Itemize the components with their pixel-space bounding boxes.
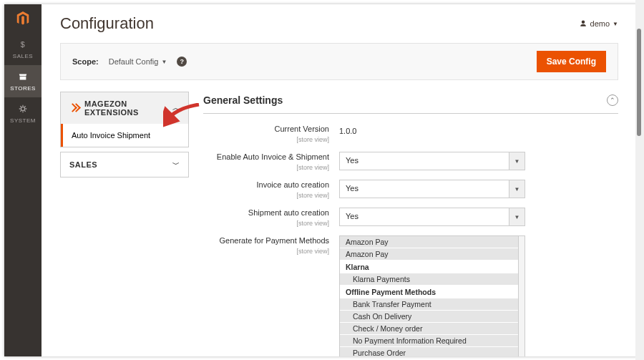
gear-icon	[16, 102, 29, 115]
multiselect-group: Offline Payment Methods	[340, 286, 518, 298]
scope-switcher[interactable]: Default Config ▼	[104, 55, 172, 68]
invoice-auto-select[interactable]: Yes ▼	[339, 180, 525, 198]
page-title: Configuration	[60, 14, 154, 33]
sidebar-item-stores[interactable]: STORES	[4, 65, 42, 97]
multiselect-option[interactable]: Amazon Pay	[340, 236, 518, 248]
caret-down-icon: ▼	[509, 180, 525, 198]
field-label: Shipment auto creation	[248, 208, 329, 217]
user-icon	[579, 19, 587, 28]
field-label: Current Version	[275, 125, 329, 133]
tab-magezon-extensions[interactable]: MAGEZON EXTENSIONS ︿	[61, 92, 188, 124]
save-config-button[interactable]: Save Config	[537, 51, 606, 72]
multiselect-option[interactable]: No Payment Information Required	[340, 335, 518, 347]
sidebar-item-system[interactable]: SYSTEM	[4, 97, 42, 130]
section-title: General Settings	[203, 94, 283, 106]
caret-down-icon: ▼	[509, 208, 525, 225]
multiselect-group: Klarna	[340, 261, 518, 273]
scope-help-icon[interactable]: ?	[177, 57, 187, 67]
svg-text:$: $	[21, 40, 25, 49]
select-value: Yes	[340, 208, 509, 225]
tab-label: MAGEZON EXTENSIONS	[84, 99, 172, 117]
multiselect-option[interactable]: Cash On Delivery	[340, 311, 518, 323]
select-value: Yes	[340, 180, 509, 198]
multiselect-option[interactable]: Amazon Pay	[340, 248, 518, 261]
caret-down-icon: ▼	[613, 21, 618, 27]
stores-icon	[16, 70, 29, 83]
scope-hint: [store view]	[203, 135, 329, 145]
enable-select[interactable]: Yes ▼	[339, 152, 525, 170]
scope-value: Default Config	[109, 57, 159, 66]
current-version-value: 1.0.0	[339, 124, 356, 135]
tab-sales[interactable]: SALES ﹀	[61, 152, 188, 177]
scope-hint: [store view]	[203, 218, 329, 228]
caret-down-icon: ▼	[509, 152, 525, 170]
chevron-down-icon: ﹀	[172, 160, 180, 170]
magezon-logo-icon	[69, 102, 80, 114]
browser-scrollbar[interactable]	[635, 0, 644, 360]
field-label: Invoice auto creation	[256, 180, 329, 189]
main-content: Configuration demo ▼ Scope: Default Conf…	[42, 4, 637, 356]
sidebar-item-label: SALES	[13, 53, 33, 59]
caret-down-icon: ▼	[161, 59, 167, 65]
sidebar-item-label: SYSTEM	[10, 117, 36, 124]
config-toolbar: Scope: Default Config ▼ ? Save Config	[60, 43, 618, 80]
scope-hint: [store view]	[203, 246, 329, 256]
multiselect-option[interactable]: Bank Transfer Payment	[340, 298, 518, 311]
svg-point-1	[21, 107, 24, 110]
scope-hint: [store view]	[203, 190, 329, 200]
config-tabs: MAGEZON EXTENSIONS ︿ Auto Invoice Shipme…	[60, 92, 189, 182]
multiselect-option[interactable]: Purchase Order	[340, 347, 518, 356]
payment-methods-multiselect[interactable]: Amazon Pay Amazon Pay Klarna Klarna Paym…	[339, 235, 519, 356]
user-name: demo	[590, 19, 610, 28]
select-value: Yes	[340, 152, 509, 170]
chevron-up-icon: ⌃	[610, 97, 615, 104]
scrollbar-thumb[interactable]	[637, 29, 641, 136]
multiselect-option[interactable]: Klarna Payments	[340, 273, 518, 286]
multiselect-option[interactable]: Check / Money order	[340, 323, 518, 335]
sidebar-item-sales[interactable]: $ SALES	[4, 33, 42, 65]
magento-logo-icon	[15, 11, 31, 26]
scope-label: Scope:	[72, 57, 99, 66]
sidebar-item-label: STORES	[10, 85, 36, 92]
chevron-up-icon: ︿	[172, 103, 180, 113]
tab-item-auto-invoice-shipment[interactable]: Auto Invoice Shipment	[61, 124, 188, 147]
dollar-icon: $	[16, 38, 29, 51]
scope-hint: [store view]	[203, 162, 329, 172]
magento-logo[interactable]	[4, 4, 42, 33]
scrollbar[interactable]	[519, 235, 525, 356]
field-label: Generate for Payment Methods	[220, 236, 329, 245]
section-collapse-toggle[interactable]: ⌃	[607, 94, 618, 106]
account-menu[interactable]: demo ▼	[579, 19, 618, 28]
tab-label: SALES	[69, 160, 97, 169]
shipment-auto-select[interactable]: Yes ▼	[339, 208, 525, 226]
field-label: Enable Auto Invoice & Shipment	[217, 152, 329, 161]
